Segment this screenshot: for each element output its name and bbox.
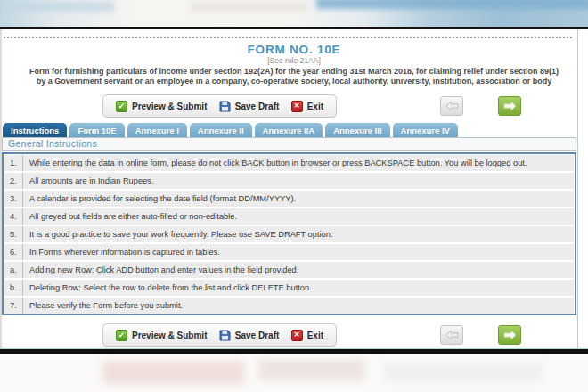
toolbar-bottom: ✓ Preview & Submit Save Draft ✕ Exit [102, 323, 337, 347]
row-text: While entering the data in online form, … [23, 159, 527, 167]
row-number: 1. [4, 155, 23, 171]
save-draft-button[interactable]: Save Draft [219, 330, 279, 341]
preview-submit-label: Preview & Submit [132, 331, 207, 340]
floppy-disk-icon [219, 101, 231, 112]
chrome-blur-tile [102, 361, 245, 384]
chrome-blur-band [316, 0, 588, 9]
row-text: In Forms wherever information is capture… [23, 248, 220, 257]
instructions-table: 1. While entering the data in online for… [2, 152, 576, 315]
row-number: 7. [4, 298, 23, 314]
check-icon: ✓ [116, 101, 127, 112]
floppy-disk-icon [219, 330, 231, 341]
row-text: Deleting Row: Select the row to delete f… [23, 283, 312, 292]
preview-submit-button[interactable]: ✓ Preview & Submit [116, 330, 207, 341]
exit-button[interactable]: ✕ Exit [291, 330, 323, 341]
chrome-blur-tile [192, 3, 307, 12]
grey-left-arrow-icon [445, 330, 459, 340]
instruction-row: 7. Please verify the Form before you sub… [4, 298, 574, 314]
instruction-row: 1. While entering the data in online for… [4, 155, 574, 171]
row-number: b. [4, 280, 23, 296]
page-right-edge [577, 29, 578, 349]
page-title: FORM NO. 10E [0, 43, 588, 56]
row-text: It is a good practice to save your work … [23, 230, 333, 239]
page-subtitle: [See rule 21AA] [0, 56, 588, 65]
chrome-blur-tile [383, 363, 543, 382]
next-button[interactable] [498, 96, 521, 116]
instruction-row: a. Adding new Row: Click ADD button and … [4, 262, 574, 278]
preview-submit-label: Preview & Submit [132, 102, 207, 111]
chrome-blur-tile [258, 359, 365, 380]
instruction-row: 6. In Forms wherever information is capt… [4, 244, 574, 260]
tab-annexure-i[interactable]: Annexure I [127, 123, 187, 137]
tab-annexure-ii[interactable]: Annexure II [190, 123, 252, 137]
row-number: 4. [4, 208, 23, 225]
row-text: A calendar is provided for selecting the… [23, 194, 296, 203]
chrome-blur-tile [7, 2, 114, 12]
row-number: 2. [4, 173, 23, 189]
green-right-arrow-icon [503, 101, 517, 111]
save-draft-label: Save Draft [235, 331, 279, 340]
browser-chrome-top-blurred [0, 0, 588, 27]
exit-label: Exit [307, 331, 323, 340]
instruction-row: 3. A calendar is provided for selecting … [4, 191, 574, 207]
row-number: 3. [4, 191, 23, 207]
tab-annexure-iv[interactable]: Annexure IV [393, 123, 458, 137]
row-text: All amounts are in Indian Rupees. [23, 176, 154, 185]
row-number: 5. [4, 226, 23, 242]
close-icon: ✕ [291, 330, 303, 341]
row-text: All greyed out fields are either auto-fi… [23, 212, 237, 221]
exit-label: Exit [307, 102, 323, 111]
green-right-arrow-icon [503, 330, 517, 340]
check-icon: ✓ [116, 330, 127, 341]
row-number: a. [4, 262, 23, 278]
row-number: 6. [4, 244, 23, 260]
toolbar-top: ✓ Preview & Submit Save Draft ✕ Exit [102, 94, 337, 118]
browser-chrome-bottom-blurred [0, 354, 588, 392]
close-icon: ✕ [291, 101, 303, 112]
next-button[interactable] [498, 325, 521, 345]
save-draft-button[interactable]: Save Draft [219, 101, 279, 112]
grey-left-arrow-icon [445, 101, 459, 111]
section-header: General Instructions [2, 137, 576, 151]
dashed-page-border [4, 37, 574, 38]
exit-button[interactable]: ✕ Exit [291, 101, 323, 112]
row-text: Please verify the Form before you submit… [23, 301, 183, 310]
instruction-row: 2. All amounts are in Indian Rupees. [4, 173, 574, 189]
back-button[interactable] [440, 96, 463, 116]
form-page: FORM NO. 10E [See rule 21AA] Form for fu… [0, 29, 588, 349]
screen: FORM NO. 10E [See rule 21AA] Form for fu… [0, 0, 588, 392]
tab-form-10e[interactable]: Form 10E [69, 123, 124, 137]
tab-bar: Instructions Form 10E Annexure I Annexur… [3, 123, 458, 137]
preview-submit-button[interactable]: ✓ Preview & Submit [116, 101, 207, 112]
tab-annexure-iia[interactable]: Annexure IIA [255, 123, 323, 137]
row-text: Adding new Row: Click ADD button and ent… [23, 265, 298, 274]
back-button[interactable] [440, 325, 463, 345]
form-description: Form for furnishing particulars of incom… [27, 67, 561, 86]
save-draft-label: Save Draft [235, 102, 279, 111]
tab-instructions[interactable]: Instructions [3, 123, 67, 137]
instruction-row: 5. It is a good practice to save your wo… [4, 226, 574, 242]
instruction-row: b. Deleting Row: Select the row to delet… [4, 280, 574, 296]
instruction-row: 4. All greyed out fields are either auto… [4, 208, 574, 225]
tab-annexure-iii[interactable]: Annexure III [325, 123, 389, 137]
